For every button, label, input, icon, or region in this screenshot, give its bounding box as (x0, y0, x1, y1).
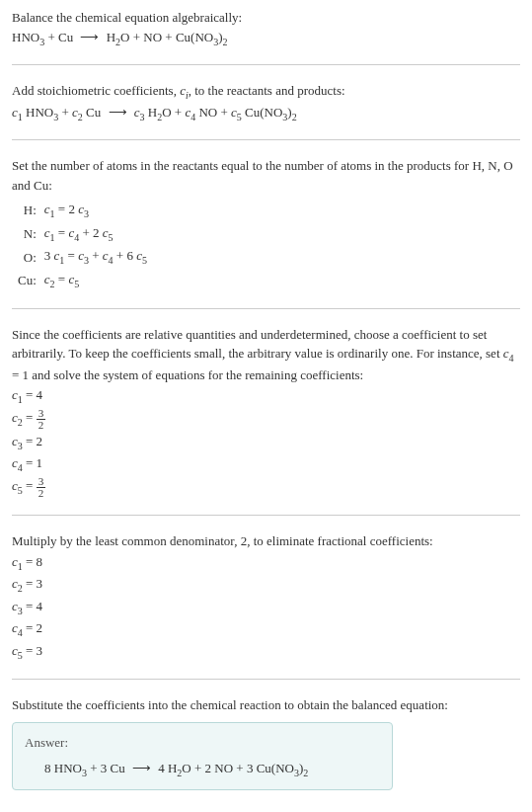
lcd-c1: c1 = 8 (12, 552, 520, 574)
atoms-section: Set the number of atoms in the reactants… (12, 156, 520, 291)
intro-section: Balance the chemical equation algebraica… (12, 8, 520, 48)
atom-label: N: (12, 222, 38, 246)
coef-c2: c2 = 32 (12, 408, 520, 431)
answer-box: Answer: 8 HNO3 + 3 Cu ⟶ 4 H2O + 2 NO + 3… (12, 722, 393, 790)
atom-label: H: (12, 199, 38, 222)
divider (12, 308, 520, 309)
intro-text: Balance the chemical equation algebraica… (12, 8, 520, 28)
divider (12, 139, 520, 140)
lcd-c4: c4 = 2 (12, 618, 520, 640)
atom-eq: 3 c1 = c3 + c4 + 6 c5 (38, 245, 153, 269)
atom-eq: c1 = c4 + 2 c5 (38, 222, 153, 246)
underdet-section: Since the coefficients are relative quan… (12, 325, 520, 499)
initial-equation: HNO3 + Cu ⟶ H2O + NO + Cu(NO3)2 (12, 28, 520, 49)
coef-c4: c4 = 1 (12, 453, 520, 475)
atoms-table: H: c1 = 2 c3 N: c1 = c4 + 2 c5 O: 3 c1 =… (12, 199, 153, 291)
stoich-section: Add stoichiometric coefficients, ci, to … (12, 81, 520, 123)
lcd-text: Multiply by the least common denominator… (12, 531, 520, 551)
stoich-text: Add stoichiometric coefficients, ci, to … (12, 81, 520, 103)
lcd-c5: c5 = 3 (12, 641, 520, 663)
underdet-text: Since the coefficients are relative quan… (12, 325, 520, 385)
lcd-c2: c2 = 3 (12, 574, 520, 596)
divider (12, 64, 520, 65)
divider (12, 515, 520, 516)
stoich-equation: c1 HNO3 + c2 Cu ⟶ c3 H2O + c4 NO + c5 Cu… (12, 103, 520, 124)
atoms-text: Set the number of atoms in the reactants… (12, 156, 520, 195)
coef-c3: c3 = 2 (12, 432, 520, 453)
atom-label: Cu: (12, 269, 38, 292)
atom-label: O: (12, 245, 38, 269)
atom-row-h: H: c1 = 2 c3 (12, 199, 153, 222)
divider (12, 679, 520, 680)
lcd-section: Multiply by the least common denominator… (12, 531, 520, 662)
final-text: Substitute the coefficients into the che… (12, 695, 520, 715)
atom-eq: c2 = c5 (38, 269, 153, 292)
balanced-equation: 8 HNO3 + 3 Cu ⟶ 4 H2O + 2 NO + 3 Cu(NO3)… (25, 759, 380, 780)
atom-row-cu: Cu: c2 = c5 (12, 269, 153, 292)
final-section: Substitute the coefficients into the che… (12, 695, 520, 791)
atom-eq: c1 = 2 c3 (38, 199, 153, 222)
atom-row-o: O: 3 c1 = c3 + c4 + 6 c5 (12, 245, 153, 269)
lcd-c3: c3 = 4 (12, 597, 520, 618)
coef-c1: c1 = 4 (12, 385, 520, 407)
coef-c5: c5 = 32 (12, 476, 520, 499)
answer-label: Answer: (25, 733, 380, 753)
atom-row-n: N: c1 = c4 + 2 c5 (12, 222, 153, 246)
